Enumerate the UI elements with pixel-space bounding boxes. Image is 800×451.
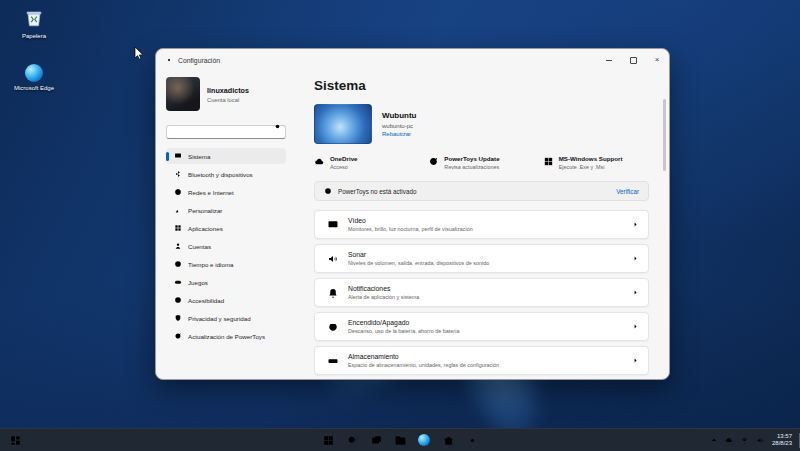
close-button[interactable]: × xyxy=(645,49,669,71)
quick-link-ms-windows-support[interactable]: MS-Windows Support Ejecute .Exe y .Msi xyxy=(543,155,649,170)
scrollbar[interactable] xyxy=(663,99,666,171)
clock-date: 28/8/23 xyxy=(772,440,792,448)
sidebar-item-tiempo-idioma[interactable]: Tiempo e idioma xyxy=(166,256,286,272)
system-tray: 13:57 28/8/23 xyxy=(710,429,792,451)
desktop-icon-label: Papelera xyxy=(6,33,62,40)
chevron-right-icon xyxy=(632,357,639,364)
banner-text: PowerToys no está activado xyxy=(338,188,416,195)
maximize-button[interactable] xyxy=(621,49,645,71)
device-header: Wubuntu wubuntu-pc Rebautizar xyxy=(314,104,649,144)
sidebar-item-juegos[interactable]: Juegos xyxy=(166,274,286,290)
monitor-icon xyxy=(174,152,182,160)
taskbar-center xyxy=(0,429,800,451)
sidebar-item-redes[interactable]: Redes e Internet xyxy=(166,184,286,200)
file-explorer-button[interactable] xyxy=(394,434,407,447)
device-name: Wubuntu xyxy=(382,111,417,120)
sidebar-item-personalizar[interactable]: Personalizar xyxy=(166,202,286,218)
taskbar: 13:57 28/8/23 xyxy=(0,428,800,451)
recycle-bin-icon xyxy=(23,7,45,29)
storage-icon xyxy=(327,355,339,367)
settings-window: Configuración × linuxadictos Cuenta loca… xyxy=(155,48,670,380)
desktop-icon-recycle-bin[interactable]: Papelera xyxy=(6,7,62,40)
cloud-icon xyxy=(314,156,325,167)
clock-icon xyxy=(174,260,182,268)
screen: Papelera Microsoft Edge Configuración × xyxy=(0,0,800,451)
chevron-up-icon[interactable] xyxy=(710,436,718,444)
chevron-right-icon xyxy=(632,323,639,330)
powertoys-banner[interactable]: PowerToys no está activado Verificar xyxy=(314,181,649,201)
sidebar-item-accesibilidad[interactable]: Accesibilidad xyxy=(166,292,286,308)
refresh-icon xyxy=(428,156,439,167)
chevron-right-icon xyxy=(632,221,639,228)
active-indicator xyxy=(166,152,169,161)
sidebar-item-aplicaciones[interactable]: Aplicaciones xyxy=(166,220,286,236)
monitor-icon xyxy=(327,219,339,231)
sidebar-item-powertoys-update[interactable]: Actualización de PowerToys xyxy=(166,328,286,344)
chevron-right-icon xyxy=(632,289,639,296)
settings-content: Sistema Wubuntu wubuntu-pc Rebautizar On… xyxy=(294,71,669,379)
person-icon xyxy=(174,242,182,250)
card-video[interactable]: Vídeo Monitores, brillo, luz nocturna, p… xyxy=(314,210,649,239)
taskbar-clock[interactable]: 13:57 28/8/23 xyxy=(772,433,792,448)
sidebar-item-bluetooth[interactable]: Bluetooth y dispositivos xyxy=(166,166,286,182)
search-icon xyxy=(274,123,282,131)
device-hostname: wubuntu-pc xyxy=(382,123,417,129)
device-thumbnail xyxy=(314,104,372,144)
settings-taskbar-button[interactable] xyxy=(466,434,479,447)
card-notificaciones[interactable]: Notificaciones Alerta de aplicación y si… xyxy=(314,278,649,307)
info-icon xyxy=(324,187,332,195)
gamepad-icon xyxy=(174,278,182,286)
volume-icon[interactable] xyxy=(756,436,765,445)
brush-icon xyxy=(174,206,182,214)
apps-icon xyxy=(174,224,182,232)
verify-link[interactable]: Verificar xyxy=(616,188,639,195)
desktop-icon-edge[interactable]: Microsoft Edge xyxy=(6,62,62,92)
refresh-icon xyxy=(174,332,182,340)
taskbar-search-button[interactable] xyxy=(346,434,359,447)
edge-icon xyxy=(25,64,43,82)
bluetooth-icon xyxy=(174,170,182,178)
globe-icon xyxy=(174,188,182,196)
card-encendido[interactable]: Encendido/Apagado Descanso, uso de la ba… xyxy=(314,312,649,341)
minimize-icon xyxy=(606,60,612,61)
sidebar-item-cuentas[interactable]: Cuentas xyxy=(166,238,286,254)
quick-link-powertoys-update[interactable]: PowerToys Update Revisa actualizaciones xyxy=(428,155,534,170)
window-title: Configuración xyxy=(178,57,220,64)
sidebar-item-sistema[interactable]: Sistema xyxy=(166,148,286,164)
edge-button[interactable] xyxy=(418,434,431,447)
gear-icon xyxy=(466,434,479,447)
shield-icon xyxy=(174,314,182,322)
settings-nav: Sistema Bluetooth y dispositivos Redes e… xyxy=(166,148,286,344)
minimize-button[interactable] xyxy=(597,49,621,71)
speaker-icon xyxy=(327,253,339,265)
sidebar-item-privacidad[interactable]: Privacidad y seguridad xyxy=(166,310,286,326)
card-sonar[interactable]: Sonar Niveles de volumen, salida, entrad… xyxy=(314,244,649,273)
maximize-icon xyxy=(630,57,637,64)
clock-time: 13:57 xyxy=(772,433,792,441)
bell-icon xyxy=(327,287,339,299)
user-profile[interactable]: linuxadictos Cuenta local xyxy=(166,77,286,111)
store-bag-icon xyxy=(442,434,455,447)
onedrive-cloud-icon[interactable] xyxy=(725,436,733,444)
avatar xyxy=(166,77,200,111)
start-button[interactable] xyxy=(322,434,335,447)
mouse-cursor xyxy=(134,46,145,61)
window-titlebar[interactable]: Configuración × xyxy=(156,49,669,71)
task-view-icon xyxy=(370,434,383,447)
store-button[interactable] xyxy=(442,434,455,447)
profile-name: linuxadictos xyxy=(207,86,249,95)
accessibility-icon xyxy=(174,296,182,304)
page-title: Sistema xyxy=(314,78,649,93)
task-view-button[interactable] xyxy=(370,434,383,447)
search-icon xyxy=(346,434,359,447)
card-almacenamiento[interactable]: Almacenamiento Espacio de almacenamiento… xyxy=(314,346,649,375)
settings-search-input[interactable] xyxy=(166,125,286,139)
gear-icon xyxy=(165,56,173,64)
wifi-icon[interactable] xyxy=(740,436,749,445)
windows-start-icon xyxy=(322,434,335,447)
chevron-right-icon xyxy=(632,255,639,262)
power-icon xyxy=(327,321,339,333)
quick-links-row: OneDrive Acceso PowerToys Update Revisa … xyxy=(314,155,649,170)
quick-link-onedrive[interactable]: OneDrive Acceso xyxy=(314,155,420,170)
rename-link[interactable]: Rebautizar xyxy=(382,131,417,137)
